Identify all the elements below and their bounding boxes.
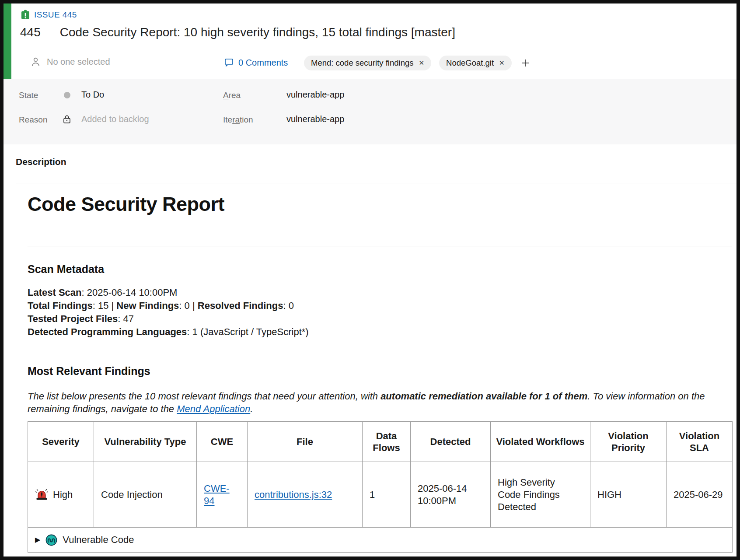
findings-heading: Most Relevant Findings	[28, 365, 732, 378]
tag-list: Mend: code security findings ✕ NodeGoat.…	[304, 56, 531, 70]
expand-triangle-icon: ▶	[35, 534, 40, 546]
findings-intro: The list below presents the 10 most rele…	[28, 390, 732, 415]
severity-value: High	[53, 489, 73, 501]
comment-icon	[223, 57, 234, 68]
col-severity: Severity	[28, 422, 94, 462]
col-cwe: CWE	[197, 422, 248, 462]
iteration-label: Iteration	[223, 115, 253, 125]
tag-mend[interactable]: Mend: code security findings ✕	[304, 56, 431, 70]
divider	[28, 246, 732, 246]
issue-id-label[interactable]: ISSUE 445	[34, 10, 77, 20]
assignee-value: No one selected	[47, 57, 110, 67]
tag-label: NodeGoat.git	[446, 58, 494, 68]
vulnerability-type-cell: Code Injection	[94, 462, 197, 528]
issue-type-color-bar	[3, 4, 11, 79]
reason-value[interactable]: Added to backlog	[81, 114, 149, 124]
fields-panel: State To Do Reason Added to backlog Area…	[3, 79, 737, 144]
tag-remove-icon[interactable]: ✕	[419, 59, 424, 67]
work-item-window: ISSUE 445 445 Code Security Report: 10 h…	[0, 0, 740, 560]
cwe-link[interactable]: CWE-94	[204, 483, 230, 506]
mend-logo-icon	[45, 534, 57, 546]
col-vulnerability-type: Vulnerability Type	[94, 422, 197, 462]
reason-label: Reason	[19, 115, 48, 125]
description-content: Code Security Report Scan Metadata Lates…	[28, 191, 732, 553]
violation-priority-cell: HIGH	[590, 462, 667, 528]
scan-metadata-text: Latest Scan: 2025-06-14 10:00PM Total Fi…	[28, 286, 732, 339]
detected-cell: 2025-06-14 10:00PM	[411, 462, 491, 528]
report-title: Code Security Report	[28, 191, 732, 215]
table-header-row: Severity Vulnerability Type CWE File Dat…	[28, 422, 733, 462]
col-violation-priority: Violation Priority	[590, 422, 667, 462]
state-dot-icon	[64, 92, 70, 98]
state-value[interactable]: To Do	[81, 90, 104, 100]
col-violated-workflows: Violated Workflows	[491, 422, 590, 462]
title-row: 445 Code Security Report: 10 high severi…	[20, 25, 723, 39]
iteration-value[interactable]: vulnerable-app	[286, 114, 344, 124]
siren-icon	[35, 488, 49, 501]
comments-link[interactable]: 0 Comments	[223, 57, 288, 68]
data-flows-cell: 1	[363, 462, 411, 528]
mend-application-link[interactable]: Mend Application	[177, 403, 250, 414]
vulnerable-code-row: ▶ Vulnerable Code	[28, 528, 733, 553]
add-tag-button[interactable]	[520, 58, 531, 68]
tag-nodegoat[interactable]: NodeGoat.git ✕	[439, 56, 512, 70]
vulnerable-code-toggle[interactable]: ▶ Vulnerable Code	[35, 534, 725, 546]
col-detected: Detected	[411, 422, 491, 462]
comments-count: 0 Comments	[238, 58, 288, 68]
work-item-title[interactable]: Code Security Report: 10 high severity f…	[60, 25, 455, 39]
description-heading: Description	[16, 157, 66, 167]
col-data-flows: Data Flows	[363, 422, 411, 462]
finding-row: High Code Injection CWE-94 contributions…	[28, 462, 733, 528]
area-value[interactable]: vulnerable-app	[286, 90, 344, 100]
file-link[interactable]: contributions.js:32	[255, 489, 332, 500]
vulnerable-code-cell: ▶ Vulnerable Code	[28, 528, 733, 553]
area-label: Area	[223, 91, 241, 100]
violation-sla-cell: 2025-06-29	[667, 462, 733, 528]
lock-icon	[63, 115, 71, 124]
tag-remove-icon[interactable]: ✕	[499, 59, 505, 67]
vulnerable-code-label: Vulnerable Code	[63, 534, 134, 546]
person-icon	[30, 56, 42, 68]
work-item-id: 445	[20, 25, 41, 39]
scan-metadata-heading: Scan Metadata	[28, 263, 732, 276]
issue-icon	[21, 10, 30, 20]
cwe-cell: CWE-94	[197, 462, 248, 528]
divider	[16, 183, 737, 183]
assignee-picker[interactable]: No one selected	[30, 56, 110, 68]
plus-icon	[520, 58, 531, 68]
state-label: State	[19, 91, 38, 100]
col-file: File	[248, 422, 363, 462]
col-violation-sla: Violation SLA	[667, 422, 733, 462]
severity-cell: High	[28, 462, 94, 528]
file-cell: contributions.js:32	[248, 462, 363, 528]
violated-workflows-cell: High Severity Code Findings Detected	[491, 462, 590, 528]
findings-table: Severity Vulnerability Type CWE File Dat…	[28, 421, 733, 553]
issue-type-row: ISSUE 445	[21, 10, 77, 20]
tag-label: Mend: code security findings	[311, 58, 413, 68]
